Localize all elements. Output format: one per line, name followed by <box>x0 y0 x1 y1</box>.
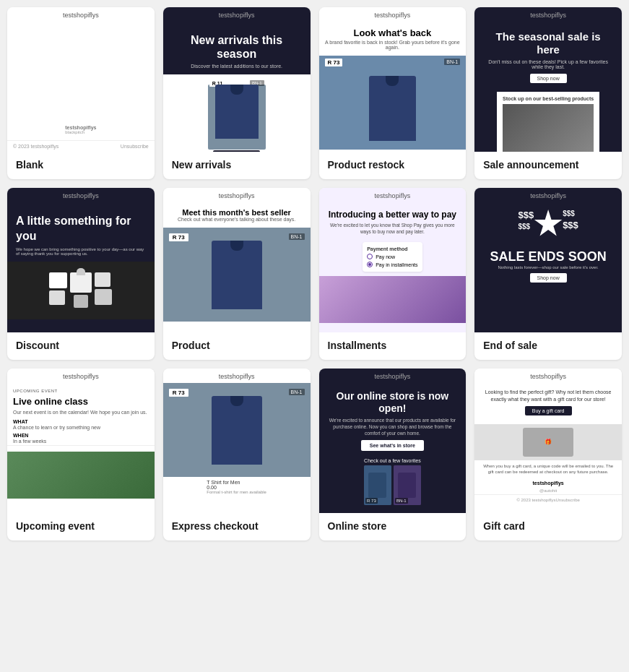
product-header: Meet this month's best seller Check out … <box>172 202 301 228</box>
gift-bow <box>77 268 85 275</box>
eos-burst <box>534 210 563 238</box>
gift-boxes <box>49 272 112 308</box>
na-subtitle: Discover the latest additions to our sto… <box>172 64 302 69</box>
upcoming-event-title: Live online class <box>7 395 94 408</box>
eos-subtitle: Nothing lasts forever—shop our sale befo… <box>490 265 607 270</box>
online-fav-label: Check out a few favorites <box>364 458 421 463</box>
online-fav-2: BN-1 <box>394 465 421 505</box>
card-online-store[interactable]: testshopiflys Our online store is now op… <box>319 369 467 540</box>
eos-money-right: $$$ $$$ <box>563 210 578 238</box>
card-online-label: Online store <box>319 513 467 540</box>
gift-footer: © 2023 testshopiflys Unsubscribe <box>511 496 585 504</box>
gift-box-6 <box>95 289 112 305</box>
install-title: Introducing a better way to pay <box>326 210 459 220</box>
store-name-express: testshopiflys <box>163 369 311 383</box>
express-preview: testshopiflys R 73 BN-1 T Shirt for Men … <box>163 369 311 513</box>
online-btn: See what's in store <box>361 440 424 451</box>
eos-dollar2: $$$ <box>518 223 534 231</box>
gift-store-name: testshopiflys <box>530 478 567 488</box>
online-header: Our online store is now open! We're exci… <box>319 383 467 455</box>
na-title: New arrivals this season <box>172 33 302 61</box>
install-option2: Pay in installments <box>367 262 417 267</box>
upcoming-divider <box>7 445 155 446</box>
gift-card-icon: 🎁 <box>545 439 552 445</box>
discount-subtitle: We hope we can bring something positive … <box>16 247 146 256</box>
card-end-of-sale[interactable]: testshopiflys $$$ $$$ $$$ $$$ SALE ENDS … <box>474 188 622 360</box>
card-new-arrivals[interactable]: testshopiflys New arrivals this season D… <box>163 7 311 179</box>
restock-subtitle: A brand favorite is back in stock! Grab … <box>325 40 461 50</box>
install-payment-title: Payment method <box>367 246 417 251</box>
gift-footer-unsub: Unsubscribe <box>556 498 580 502</box>
online-fav-1-shirt <box>368 473 386 498</box>
card-blank[interactable]: testshopiflys testshopiflys blackpitch ©… <box>7 7 155 179</box>
restock-header: Look what's back A brand favorite is bac… <box>319 22 467 56</box>
card-blank-label: Blank <box>7 152 155 179</box>
card-discount[interactable]: testshopiflys A little something for you… <box>7 188 155 360</box>
eos-money-left: $$$ $$$ <box>518 210 534 238</box>
na-shirt-shape <box>215 85 259 139</box>
product-shirt <box>212 241 262 309</box>
card-install-label: Installments <box>319 332 467 360</box>
store-name-install: testshopiflys <box>319 188 467 202</box>
card-sale-label: Sale announcement <box>474 152 622 179</box>
gift-box-2 <box>49 290 65 305</box>
express-product-info: T Shirt for Men 0.00 Formal t-shirt for … <box>201 477 272 497</box>
online-fav-1: R 73 <box>364 465 391 505</box>
gift-box-1 <box>49 272 67 288</box>
product-preview: testshopiflys Meet this month's best sel… <box>163 188 311 332</box>
express-product-name: T Shirt for Men <box>207 480 266 485</box>
card-sale-announcement[interactable]: testshopiflys The seasonal sale is here … <box>474 7 622 179</box>
discount-img <box>7 262 155 319</box>
store-name-blank: testshopiflys <box>7 7 155 22</box>
install-option2-label: Pay in installments <box>376 262 417 267</box>
install-preview: testshopiflys Introducing a better way t… <box>319 188 467 332</box>
online-fav-2-shirt <box>398 473 416 498</box>
card-product-restock[interactable]: testshopiflys Look what's back A brand f… <box>319 7 467 179</box>
na-header: New arrivals this season Discover the la… <box>163 22 311 74</box>
new-arrivals-preview: testshopiflys New arrivals this season D… <box>163 7 311 152</box>
upcoming-what-label: WHAT <box>7 416 33 425</box>
card-express-checkout[interactable]: testshopiflys R 73 BN-1 T Shirt for Men … <box>163 369 311 540</box>
store-name-sale: testshopiflys <box>474 7 622 22</box>
na-product: R 11 BN-1 T Shirt for Men Shop arrivals <box>163 74 311 152</box>
install-payment-box: Payment method Pay now Pay in installmen… <box>363 242 422 272</box>
blank-address: testshopiflys blackpitch <box>65 125 96 134</box>
template-grid: testshopiflys testshopiflys blackpitch ©… <box>7 7 622 540</box>
card-restock-label: Product restock <box>319 152 467 179</box>
restock-title: Look what's back <box>325 27 461 38</box>
online-title: Our online store is now open! <box>328 390 458 415</box>
na-shop-btn: Shop arrivals <box>213 150 260 152</box>
product-num-badge: BN-1 <box>289 233 305 240</box>
install-hand-img <box>319 276 467 323</box>
store-name-online: testshopiflys <box>319 369 467 383</box>
product-title: Meet this month's best seller <box>178 208 295 217</box>
express-price-badge: R 73 <box>169 389 188 397</box>
card-upcoming-event[interactable]: testshopiflys UPCOMING EVENT Live online… <box>7 369 155 540</box>
upcoming-img <box>7 452 155 499</box>
store-name-na: testshopiflys <box>163 7 311 22</box>
sale-btn: Shop now <box>530 74 567 83</box>
upcoming-badge: UPCOMING EVENT <box>7 383 64 395</box>
install-option1-label: Pay now <box>376 254 395 259</box>
install-option1: Pay now <box>367 254 417 259</box>
gift-btn: Buy a gift card <box>525 406 572 415</box>
upcoming-when-value: In a few weeks <box>7 439 52 444</box>
install-img-area <box>319 276 467 323</box>
install-radio2 <box>367 262 373 267</box>
card-product[interactable]: testshopiflys Meet this month's best sel… <box>163 188 311 360</box>
online-preview: testshopiflys Our online store is now op… <box>319 369 467 513</box>
card-installments[interactable]: testshopiflys Introducing a better way t… <box>319 188 467 360</box>
express-img-area: R 73 BN-1 <box>163 383 311 477</box>
gift-store-handle: @autohit <box>539 488 557 493</box>
product-price-badge: R 73 <box>169 233 188 241</box>
gift-text: Looking to find the perfect gift? Why no… <box>480 389 616 403</box>
store-name-product: testshopiflys <box>163 188 311 202</box>
card-gift-label: Gift card <box>474 513 622 540</box>
blank-footer-year: © 2023 testshopiflys <box>13 144 58 149</box>
restock-num: BN-1 <box>444 59 460 65</box>
card-gift-card[interactable]: testshopiflys Looking to find the perfec… <box>474 369 622 540</box>
upcoming-when-label: WHEN <box>7 430 34 439</box>
eos-dollar1: $$$ <box>518 210 534 220</box>
gift-note: When you buy a gift card, a unique code … <box>474 460 622 478</box>
card-eos-label: End of sale <box>474 332 622 360</box>
